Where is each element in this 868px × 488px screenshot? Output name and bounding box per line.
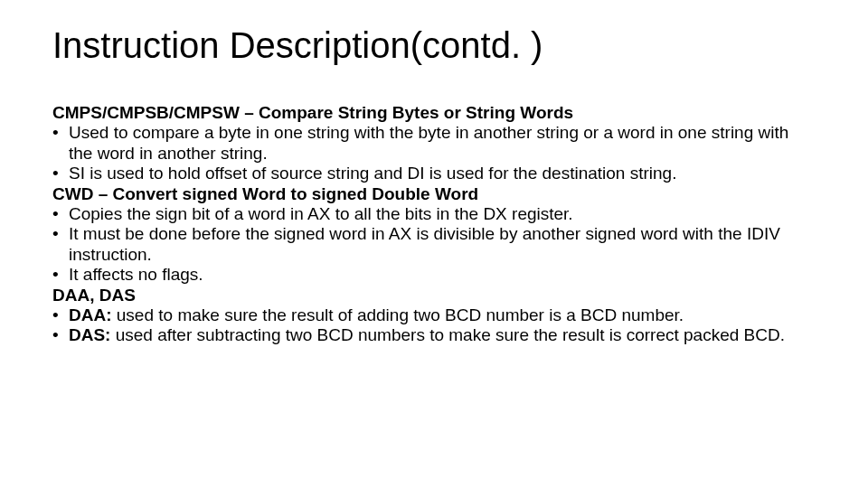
bullet-item: • SI is used to hold offset of source st…: [52, 164, 816, 183]
bullet-rest: used to make sure the result of adding t…: [117, 305, 684, 324]
section-heading-cwd: CWD – Convert signed Word to signed Doub…: [52, 184, 816, 204]
slide-title: Instruction Description(contd. ): [52, 25, 816, 65]
bullet-text: SI is used to hold offset of source stri…: [69, 164, 816, 183]
slide: Instruction Description(contd. ) CMPS/CM…: [0, 0, 868, 488]
bullet-item: • It must be done before the signed word…: [52, 224, 816, 265]
section-heading-daa: DAA, DAS: [52, 286, 816, 305]
bullet-label: DAS:: [69, 325, 116, 344]
bullet-rest: used after subtracting two BCD numbers t…: [116, 325, 785, 344]
slide-body: CMPS/CMPSB/CMPSW – Compare String Bytes …: [52, 103, 816, 346]
bullet-item: • It affects no flags.: [52, 265, 816, 285]
bullet-dot-icon: •: [52, 164, 69, 183]
bullet-dot-icon: •: [52, 325, 69, 345]
bullet-dot-icon: •: [52, 224, 69, 265]
bullet-text: It must be done before the signed word i…: [69, 224, 816, 265]
bullet-text: DAA: used to make sure the result of add…: [69, 305, 816, 325]
bullet-item: • Used to compare a byte in one string w…: [52, 123, 816, 164]
bullet-text: It affects no flags.: [69, 265, 816, 285]
section-heading-cmps: CMPS/CMPSB/CMPSW – Compare String Bytes …: [52, 103, 816, 123]
bullet-item: • DAA: used to make sure the result of a…: [52, 305, 816, 325]
bullet-text: Copies the sign bit of a word in AX to a…: [69, 204, 816, 224]
bullet-label: DAA:: [69, 305, 117, 324]
bullet-dot-icon: •: [52, 265, 69, 285]
bullet-item: • DAS: used after subtracting two BCD nu…: [52, 325, 816, 345]
bullet-dot-icon: •: [52, 305, 69, 325]
bullet-text: DAS: used after subtracting two BCD numb…: [69, 325, 816, 345]
bullet-text: Used to compare a byte in one string wit…: [69, 123, 816, 164]
bullet-item: • Copies the sign bit of a word in AX to…: [52, 204, 816, 224]
bullet-dot-icon: •: [52, 204, 69, 224]
bullet-dot-icon: •: [52, 123, 69, 164]
